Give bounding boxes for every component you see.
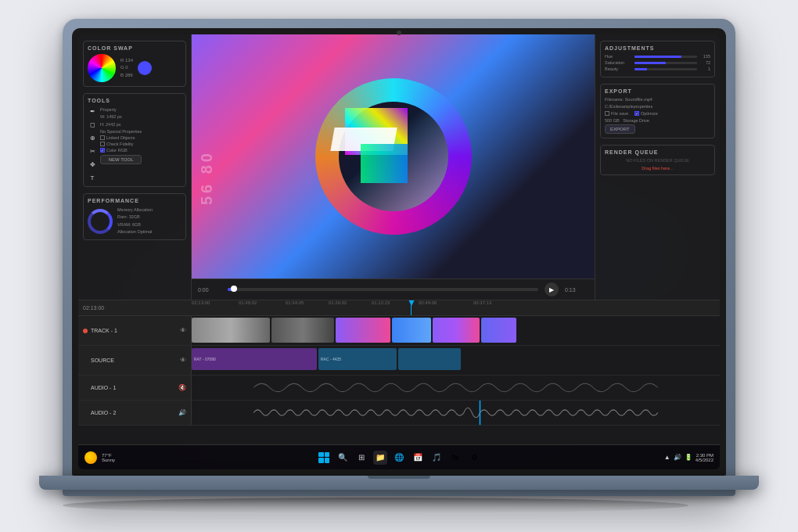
- windows-icon: [318, 452, 329, 463]
- file-save-checkbox[interactable]: [605, 111, 609, 116]
- export-options: File save ✓ Optimize: [605, 111, 710, 116]
- art-overlay: [192, 34, 595, 279]
- track-eye-icon-source[interactable]: 👁: [180, 357, 186, 364]
- track-content-source[interactable]: RAT - 07090 RAC - 4425: [192, 346, 720, 375]
- track-volume-icon-audio2[interactable]: 🔊: [178, 409, 186, 416]
- zoom-icon[interactable]: ⊕: [88, 133, 97, 142]
- track-header-audio2: AUDIO - 2 🔊: [78, 401, 192, 425]
- tools-section: TOOLS ✒ ◻ ⊕ ✂ ✥ T: [83, 93, 186, 187]
- mark-6: 00:49:06: [419, 300, 437, 305]
- calendar-button[interactable]: 📅: [411, 451, 425, 465]
- performance-ring: [88, 209, 113, 234]
- render-queue-title: RENDER QUEUE: [605, 149, 710, 155]
- optimize-checkbox[interactable]: ✓: [634, 111, 639, 116]
- clip-source-2[interactable]: RAC - 4425: [318, 348, 397, 370]
- play-button[interactable]: ▶: [545, 282, 559, 297]
- win-quad-4: [325, 458, 330, 463]
- settings-button[interactable]: ⚙: [467, 451, 481, 465]
- saturation-slider-row: Saturation 72: [605, 60, 710, 65]
- progress-bar[interactable]: [228, 288, 538, 291]
- saturation-value: 72: [699, 60, 710, 65]
- mark-2: 01:49:02: [239, 300, 257, 305]
- windows-button[interactable]: [317, 451, 331, 465]
- color-rgb-checkbox[interactable]: ✓: [100, 148, 105, 153]
- beauty-value: 1: [699, 66, 710, 71]
- store-icon: 🛍: [451, 453, 459, 462]
- wifi-icon: ▲: [664, 454, 670, 461]
- clip-video-6[interactable]: [481, 318, 516, 343]
- ruler-marks: 02:13:00 01:49:02 01:34:05 01:26:02 01:1…: [192, 300, 720, 315]
- performance-stats: Memory Allocation Ram: 32GB VRAM: 6GB Al…: [117, 207, 153, 235]
- clip-source-1-label: RAT - 07090: [192, 357, 218, 361]
- check-fidelity-row[interactable]: Check Fidelity: [100, 142, 142, 146]
- taskview-button[interactable]: ⊞: [354, 451, 368, 465]
- adjustments-title: ADJUSTMENTS: [605, 45, 710, 51]
- export-title: EXPORT: [605, 88, 710, 94]
- beauty-label: Beauty: [605, 66, 632, 71]
- clip-video-3[interactable]: [336, 318, 390, 343]
- track-eye-icon-video[interactable]: 👁: [180, 327, 186, 334]
- master-timecode: 02:13:00: [83, 305, 104, 311]
- screen-bezel: COLOR SWAP R 134 G 0 B 289: [72, 28, 726, 476]
- text-icon[interactable]: T: [88, 173, 97, 182]
- tool-icons: ✒ ◻ ⊕ ✂ ✥ T: [88, 106, 97, 182]
- tool-property-label: Property W: 1492 px H: 2442 px No Specia…: [100, 106, 142, 135]
- track-content-audio2[interactable]: [192, 401, 720, 425]
- clip-video-4[interactable]: [392, 318, 431, 343]
- color-rgb-row[interactable]: ✓ Color RGB: [100, 148, 142, 153]
- linked-objects-checkbox[interactable]: [100, 135, 105, 140]
- color-wheel[interactable]: [88, 54, 116, 82]
- select-icon[interactable]: ◻: [88, 120, 97, 129]
- audio1-waveform: [192, 376, 720, 400]
- clip-video-2[interactable]: [271, 318, 334, 343]
- check-fidelity-checkbox[interactable]: [100, 142, 105, 146]
- track-row-audio1: AUDIO - 1 🔇: [78, 376, 720, 401]
- linked-objects-row[interactable]: Linked Objects: [100, 135, 142, 140]
- media-button[interactable]: 🎵: [430, 451, 444, 465]
- track-content-audio1[interactable]: [192, 376, 720, 400]
- timecode-overlay: 56 80: [198, 150, 216, 205]
- taskbar-center: 🔍 ⊞ 📁 🌐 📅: [152, 451, 646, 465]
- export-section: EXPORT Filename: Soundfile.mp4 C:/Exilex…: [600, 84, 715, 138]
- current-time: 0:00: [198, 287, 221, 293]
- mark-1: 02:13:00: [192, 300, 210, 305]
- beauty-slider[interactable]: [634, 68, 697, 70]
- move-icon[interactable]: ✥: [88, 160, 97, 169]
- clip-video-1[interactable]: [192, 318, 270, 343]
- win-quad-1: [318, 452, 324, 458]
- playhead-triangle: [408, 300, 415, 306]
- end-time: 0:13: [565, 287, 588, 293]
- hue-slider[interactable]: [634, 56, 697, 58]
- store-button[interactable]: 🛍: [448, 451, 462, 465]
- track-row-video: TRACK - 1 👁: [78, 316, 720, 346]
- taskview-icon: ⊞: [358, 453, 365, 462]
- calendar-icon: 📅: [413, 453, 422, 462]
- track-dot-source: [83, 358, 88, 363]
- color-values: R 134 G 0 B 289: [120, 57, 133, 80]
- clip-source-1[interactable]: RAT - 07090: [192, 348, 317, 370]
- laptop-base: [39, 476, 759, 490]
- track-mute-icon-audio1[interactable]: 🔇: [178, 384, 186, 391]
- mark-3: 01:34:05: [286, 300, 304, 305]
- export-button[interactable]: EXPORT: [605, 124, 635, 134]
- media-icon: 🎵: [432, 453, 441, 462]
- performance-title: PERFORMANCE: [88, 198, 182, 203]
- edge-button[interactable]: 🌐: [392, 451, 406, 465]
- file-explorer-button[interactable]: 📁: [373, 451, 387, 465]
- scissors-icon[interactable]: ✂: [88, 146, 97, 156]
- laptop-shell: COLOR SWAP R 134 G 0 B 289: [63, 19, 735, 513]
- color-swatch[interactable]: [138, 61, 152, 75]
- timeline-tracks: TRACK - 1 👁: [78, 316, 720, 444]
- clip-video-5[interactable]: [433, 318, 480, 343]
- track-content-video[interactable]: [192, 316, 720, 345]
- track-row-source: SOURCE 👁 RAT - 07090 RAC - 4425: [78, 346, 720, 376]
- top-section: COLOR SWAP R 134 G 0 B 289: [78, 34, 720, 300]
- clip-source-3[interactable]: [398, 348, 461, 370]
- search-taskbar-button[interactable]: 🔍: [336, 451, 350, 465]
- saturation-slider[interactable]: [634, 62, 697, 64]
- mark-4: 01:26:02: [329, 300, 347, 305]
- drag-drop-label[interactable]: Drag files here...: [605, 166, 710, 171]
- new-tool-button[interactable]: NEW TOOL: [100, 155, 142, 164]
- pen-icon[interactable]: ✒: [88, 106, 97, 116]
- tool-checkboxes: Linked Objects Check Fidelity ✓: [100, 135, 142, 153]
